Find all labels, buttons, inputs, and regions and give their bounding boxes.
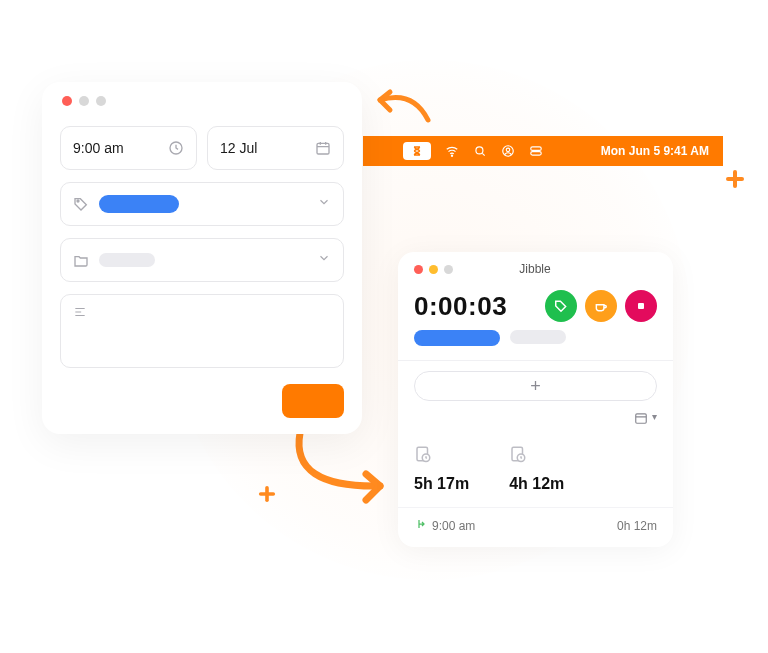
app-title: Jibble (453, 262, 617, 276)
timer-display: 0:00:03 (414, 291, 507, 322)
minimize-dot[interactable] (79, 96, 89, 106)
clock-in-icon (414, 518, 426, 533)
timer-app-panel: Jibble 0:00:03 + ▾ (398, 252, 673, 547)
svg-rect-1 (317, 143, 329, 154)
active-tag-pill[interactable] (414, 330, 500, 346)
curved-arrow-icon (368, 80, 438, 130)
svg-rect-9 (638, 303, 644, 309)
window-controls (414, 265, 453, 274)
time-entry-panel: 9:00 am 12 Jul (42, 82, 362, 434)
entry-duration: 0h 12m (617, 519, 657, 533)
calendar-icon (315, 140, 331, 156)
svg-point-2 (77, 200, 79, 202)
selected-tag-pill (99, 195, 179, 213)
stop-button[interactable] (625, 290, 657, 322)
wifi-icon[interactable] (445, 144, 459, 158)
tag-button[interactable] (545, 290, 577, 322)
add-entry-button[interactable]: + (414, 371, 657, 401)
tag-dropdown[interactable] (60, 182, 344, 226)
folder-icon (73, 252, 89, 268)
control-center-icon[interactable] (529, 144, 543, 158)
chevron-down-icon (317, 195, 331, 213)
minimize-dot[interactable] (429, 265, 438, 274)
svg-rect-7 (531, 147, 542, 151)
sparkle-icon (726, 170, 744, 188)
stat-value: 5h 17m (414, 475, 469, 493)
svg-rect-8 (531, 152, 542, 156)
project-dropdown[interactable] (60, 238, 344, 282)
svg-rect-10 (636, 414, 647, 423)
chevron-down-icon[interactable]: ▾ (652, 411, 657, 429)
notes-icon (73, 305, 331, 319)
break-button[interactable] (585, 290, 617, 322)
stat-block: 4h 12m (509, 445, 564, 493)
calendar-icon[interactable] (634, 411, 648, 429)
window-controls (60, 96, 344, 106)
zoom-dot[interactable] (444, 265, 453, 274)
search-icon[interactable] (473, 144, 487, 158)
time-entry-row[interactable]: 9:00 am 0h 12m (398, 507, 673, 547)
plus-icon: + (530, 376, 541, 397)
date-input[interactable]: 12 Jul (207, 126, 344, 170)
submit-button[interactable] (282, 384, 344, 418)
timesheet-icon (509, 445, 564, 467)
time-input[interactable]: 9:00 am (60, 126, 197, 170)
tag-icon (73, 196, 89, 212)
timesheet-icon (414, 445, 469, 467)
close-dot[interactable] (62, 96, 72, 106)
clock-icon (168, 140, 184, 156)
mac-menubar: Mon Jun 5 9:41 AM (363, 136, 723, 166)
svg-point-6 (506, 148, 510, 152)
zoom-dot[interactable] (96, 96, 106, 106)
secondary-pill[interactable] (510, 330, 566, 344)
stat-block: 5h 17m (414, 445, 469, 493)
menubar-datetime[interactable]: Mon Jun 5 9:41 AM (601, 144, 709, 158)
svg-point-4 (476, 147, 483, 154)
sparkle-icon (259, 486, 275, 502)
app-menubar-icon[interactable] (403, 142, 431, 160)
user-icon[interactable] (501, 144, 515, 158)
curved-arrow-icon (280, 428, 400, 518)
close-dot[interactable] (414, 265, 423, 274)
stat-value: 4h 12m (509, 475, 564, 493)
entry-time: 9:00 am (432, 519, 475, 533)
date-value: 12 Jul (220, 140, 257, 156)
selected-project-pill (99, 253, 155, 267)
svg-point-3 (451, 155, 452, 156)
chevron-down-icon (317, 251, 331, 269)
notes-textarea[interactable] (60, 294, 344, 368)
time-value: 9:00 am (73, 140, 124, 156)
